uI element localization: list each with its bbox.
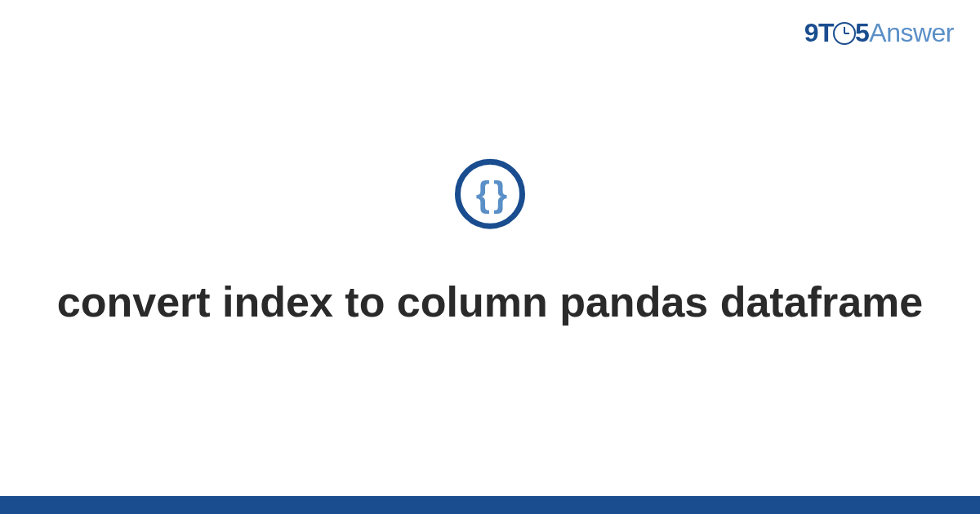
code-braces-icon: { } xyxy=(455,159,525,229)
logo-text-answer: Answer xyxy=(869,18,954,47)
logo-text-5: 5 xyxy=(855,18,869,47)
main-content: { } convert index to column pandas dataf… xyxy=(0,159,980,328)
page-title: convert index to column pandas dataframe xyxy=(0,277,980,328)
logo-text-9t: 9T xyxy=(804,18,834,47)
footer-bar xyxy=(0,496,980,514)
clock-icon xyxy=(833,22,856,45)
site-logo: 9T5Answer xyxy=(804,18,954,48)
braces-glyph: { } xyxy=(476,174,504,215)
